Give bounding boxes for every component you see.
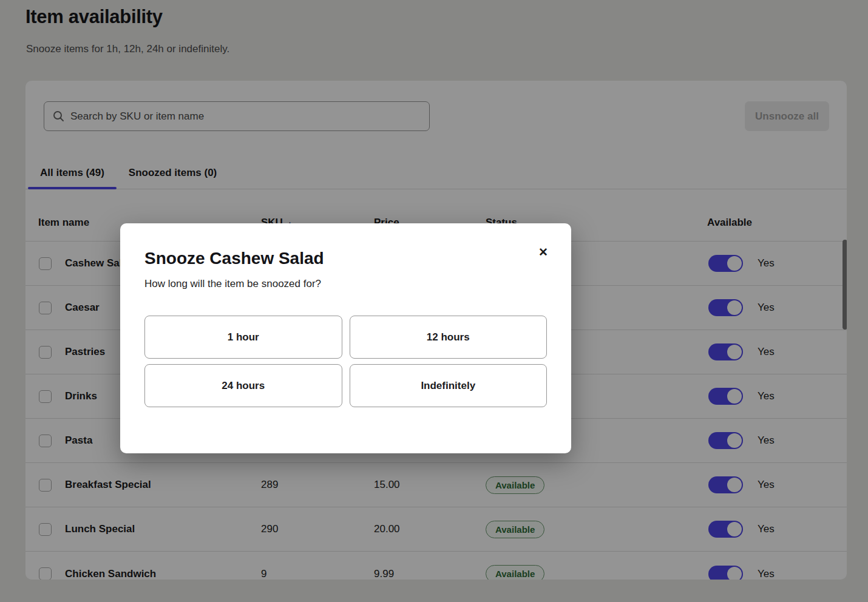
- snooze-indefinitely-button[interactable]: Indefinitely: [350, 364, 548, 407]
- snooze-12-hours-button[interactable]: 12 hours: [350, 316, 548, 359]
- snooze-modal: ✕ Snooze Cashew Salad How long will the …: [120, 223, 571, 453]
- close-icon[interactable]: ✕: [538, 246, 548, 258]
- snooze-24-hours-button[interactable]: 24 hours: [144, 364, 342, 407]
- snooze-1-hour-button[interactable]: 1 hour: [144, 316, 342, 359]
- modal-question: How long will the item be snoozed for?: [144, 278, 547, 290]
- duration-options: 1 hour 12 hours 24 hours Indefinitely: [144, 316, 547, 407]
- modal-title: Snooze Cashew Salad: [144, 249, 547, 268]
